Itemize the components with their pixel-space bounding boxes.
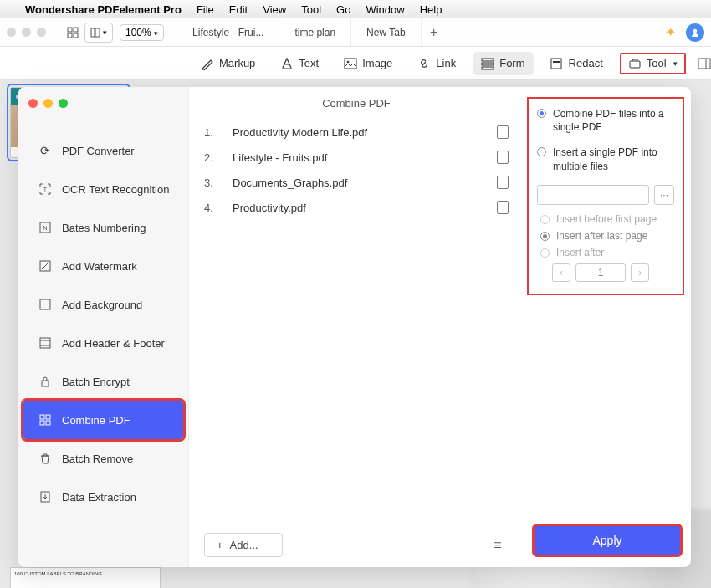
minimize-window-icon[interactable] <box>22 28 31 37</box>
link-icon <box>417 57 431 70</box>
second-doc-thumbnail[interactable]: 100 CUSTOM LABELS TO BRANDING <box>10 567 161 588</box>
minimize-icon[interactable] <box>43 99 53 108</box>
radio-icon <box>540 215 550 224</box>
panel-toggle-icon[interactable] <box>694 54 711 74</box>
sidebar-item-header-footer[interactable]: Add Header & Footer <box>18 324 188 362</box>
svg-rect-31 <box>46 421 50 425</box>
watermark-icon <box>38 259 52 273</box>
close-window-icon[interactable] <box>7 28 16 37</box>
option-insert[interactable]: Insert a single PDF into multiple files <box>537 146 674 172</box>
step-down-button[interactable]: ‹ <box>552 263 570 282</box>
trash-icon <box>38 452 52 465</box>
sidebar-item-ocr[interactable]: TOCR Text Recognition <box>18 170 188 208</box>
zoom-select[interactable]: 100% ▾ <box>120 24 164 41</box>
tab-lifestyle[interactable]: Lifestyle - Frui... <box>177 18 279 46</box>
svg-line-22 <box>42 263 49 269</box>
svg-rect-27 <box>42 381 49 386</box>
options-pane: Combine PDF files into a single PDF Inse… <box>524 87 691 567</box>
add-file-button[interactable]: +Add... <box>204 533 283 557</box>
page-stepper: ‹ › <box>552 263 674 282</box>
document-area: How to Plan your Time Effectively 100 CU… <box>0 80 711 588</box>
option-insert-after-last[interactable]: Insert after last page <box>540 230 674 242</box>
ribbon-link[interactable]: Link <box>409 52 464 75</box>
radio-icon <box>540 232 550 241</box>
tab-time-plan[interactable]: time plan <box>279 18 351 46</box>
text-icon <box>280 57 294 70</box>
step-up-button[interactable]: › <box>631 263 649 282</box>
option-insert-after[interactable]: Insert after <box>540 247 674 258</box>
list-options-icon[interactable]: ≡ <box>487 534 509 556</box>
sidebar-item-background[interactable]: Add Background <box>18 285 188 324</box>
sidebar-item-batch-encrypt[interactable]: Batch Encrypt <box>18 362 188 401</box>
sidebar-item-bates[interactable]: NBates Numbering <box>18 208 188 247</box>
image-icon <box>344 57 357 70</box>
maximize-window-icon[interactable] <box>37 28 46 37</box>
svg-rect-11 <box>482 63 494 65</box>
ribbon-toolbar: Markup Text Image Link Form Redact Tool▾ <box>0 47 711 80</box>
zoom-icon[interactable] <box>59 99 68 108</box>
svg-rect-3 <box>74 33 78 38</box>
sidebar-item-watermark[interactable]: Add Watermark <box>18 247 188 285</box>
file-list-area: Combine PDF 1.Productivity Modern Life.p… <box>189 87 524 567</box>
extract-icon <box>38 490 52 504</box>
menu-view[interactable]: View <box>263 3 286 16</box>
options-box: Combine PDF files into a single PDF Inse… <box>527 97 684 295</box>
markup-icon <box>201 57 214 70</box>
menu-window[interactable]: Window <box>366 3 404 16</box>
file-row[interactable]: 3.Documents_Graphs.pdf <box>204 170 509 195</box>
radio-checked-icon <box>537 109 546 118</box>
menu-go[interactable]: Go <box>336 3 350 16</box>
layout-dropdown[interactable]: ▾ <box>84 23 113 43</box>
user-avatar[interactable] <box>686 23 704 42</box>
radio-icon <box>540 248 550 258</box>
traffic-lights <box>7 28 46 37</box>
ribbon-image[interactable]: Image <box>335 52 401 75</box>
svg-rect-10 <box>482 59 494 61</box>
file-row[interactable]: 1.Productivity Modern Life.pdf <box>204 120 509 145</box>
file-row[interactable]: 2.Lifestyle - Fruits.pdf <box>204 145 509 170</box>
sidebar-item-combine-pdf[interactable]: Combine PDF <box>23 401 183 439</box>
svg-rect-29 <box>46 415 50 419</box>
combine-icon <box>38 413 52 427</box>
lock-icon <box>38 375 52 388</box>
menu-edit[interactable]: Edit <box>229 3 248 16</box>
header-footer-icon <box>38 336 52 350</box>
page-number-input[interactable] <box>575 263 626 282</box>
refresh-icon: ⟳ <box>38 144 52 157</box>
apply-button[interactable]: Apply <box>534 525 681 555</box>
sidebar-item-batch-remove[interactable]: Batch Remove <box>18 439 188 478</box>
svg-rect-30 <box>40 421 44 425</box>
menubar-app-name[interactable]: Wondershare PDFelement Pro <box>25 3 182 16</box>
plus-icon: + <box>217 539 223 551</box>
ribbon-text[interactable]: Text <box>272 52 327 75</box>
background-icon <box>38 298 52 311</box>
ribbon-tool[interactable]: Tool▾ <box>620 53 686 74</box>
file-row[interactable]: 4.Productivity.pdf <box>204 195 509 220</box>
mac-menubar: Wondershare PDFelement Pro File Edit Vie… <box>0 0 711 18</box>
thumbnail-view-icon[interactable] <box>63 23 83 43</box>
svg-rect-23 <box>40 299 50 309</box>
sidebar-item-pdf-converter[interactable]: ⟳PDF Converter <box>18 131 188 170</box>
browse-button[interactable]: ··· <box>654 185 674 205</box>
document-icon <box>497 176 509 189</box>
redact-icon <box>550 57 564 70</box>
close-icon[interactable] <box>28 99 38 108</box>
menu-file[interactable]: File <box>197 3 214 16</box>
svg-rect-16 <box>698 59 710 69</box>
option-combine[interactable]: Combine PDF files into a single PDF <box>537 107 674 134</box>
option-insert-before[interactable]: Insert before first page <box>540 213 674 225</box>
menu-help[interactable]: Help <box>420 3 442 16</box>
svg-rect-5 <box>95 28 100 37</box>
form-icon <box>481 57 494 70</box>
svg-rect-24 <box>40 338 50 348</box>
bulb-icon[interactable]: ✦ <box>665 24 676 40</box>
ribbon-form[interactable]: Form <box>473 52 533 75</box>
insert-file-input[interactable] <box>537 185 649 205</box>
svg-rect-0 <box>68 28 72 32</box>
ribbon-markup[interactable]: Markup <box>192 52 263 75</box>
menu-tool[interactable]: Tool <box>301 3 321 16</box>
tab-new[interactable]: New Tab <box>351 18 421 46</box>
ribbon-redact[interactable]: Redact <box>542 52 611 75</box>
new-tab-button[interactable]: + <box>422 25 447 40</box>
sidebar-item-data-extraction[interactable]: Data Extraction <box>18 478 188 516</box>
